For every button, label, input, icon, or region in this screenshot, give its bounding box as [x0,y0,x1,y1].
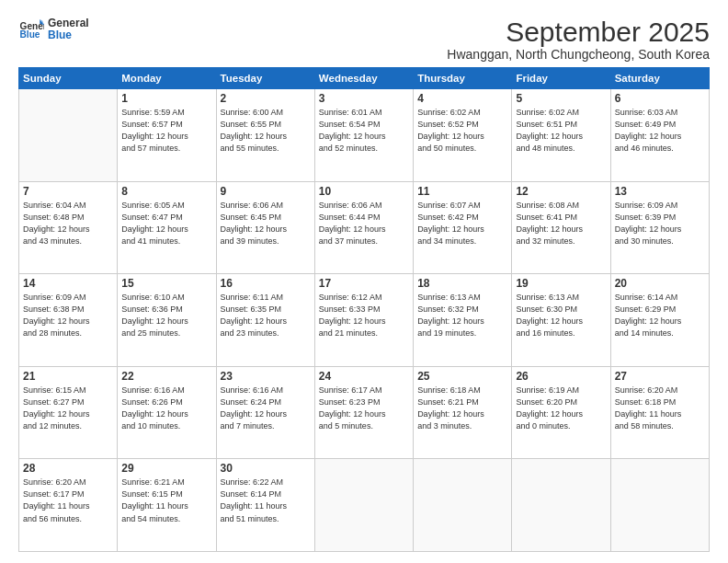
day-content: Sunrise: 6:19 AM Sunset: 6:20 PM Dayligh… [516,385,606,432]
calendar-cell [19,89,118,182]
calendar-cell: 24Sunrise: 6:17 AM Sunset: 6:23 PM Dayli… [314,366,413,459]
day-content: Sunrise: 6:14 AM Sunset: 6:29 PM Dayligh… [615,292,705,339]
calendar-cell: 2Sunrise: 6:00 AM Sunset: 6:55 PM Daylig… [216,89,314,182]
page-header: General Blue General Blue September 2025… [18,17,710,62]
calendar-cell: 6Sunrise: 6:03 AM Sunset: 6:49 PM Daylig… [610,89,709,182]
day-number: 6 [615,92,705,105]
day-content: Sunrise: 6:05 AM Sunset: 6:47 PM Dayligh… [121,200,211,247]
day-content: Sunrise: 6:12 AM Sunset: 6:33 PM Dayligh… [319,292,409,339]
calendar-cell: 28Sunrise: 6:20 AM Sunset: 6:17 PM Dayli… [19,459,118,552]
day-content: Sunrise: 6:08 AM Sunset: 6:41 PM Dayligh… [516,200,606,247]
day-number: 5 [516,92,606,105]
day-content: Sunrise: 6:22 AM Sunset: 6:14 PM Dayligh… [221,477,311,524]
day-number: 21 [23,370,113,383]
calendar-cell: 11Sunrise: 6:07 AM Sunset: 6:42 PM Dayli… [414,181,512,274]
calendar-cell: 8Sunrise: 6:05 AM Sunset: 6:47 PM Daylig… [118,181,216,274]
calendar-cell: 16Sunrise: 6:11 AM Sunset: 6:35 PM Dayli… [216,274,314,367]
day-content: Sunrise: 6:03 AM Sunset: 6:49 PM Dayligh… [615,107,705,155]
day-content: Sunrise: 5:59 AM Sunset: 6:57 PM Dayligh… [121,107,211,155]
day-number: 16 [221,277,311,290]
day-number: 12 [516,185,606,198]
day-content: Sunrise: 6:20 AM Sunset: 6:17 PM Dayligh… [23,477,113,524]
header-friday: Friday [512,68,610,89]
calendar-cell: 19Sunrise: 6:13 AM Sunset: 6:30 PM Dayli… [512,274,610,367]
week-row-1: 1Sunrise: 5:59 AM Sunset: 6:57 PM Daylig… [19,89,710,182]
day-number: 10 [319,185,409,198]
weekday-header-row: Sunday Monday Tuesday Wednesday Thursday… [19,68,710,89]
day-number: 1 [121,92,211,105]
day-content: Sunrise: 6:04 AM Sunset: 6:48 PM Dayligh… [23,200,113,247]
day-number: 17 [319,277,409,290]
calendar-cell: 4Sunrise: 6:02 AM Sunset: 6:52 PM Daylig… [414,89,512,182]
calendar-cell: 27Sunrise: 6:20 AM Sunset: 6:18 PM Dayli… [610,366,709,459]
header-thursday: Thursday [414,68,512,89]
calendar-cell: 3Sunrise: 6:01 AM Sunset: 6:54 PM Daylig… [314,89,413,182]
header-wednesday: Wednesday [314,68,413,89]
day-content: Sunrise: 6:06 AM Sunset: 6:44 PM Dayligh… [319,200,409,247]
day-number: 9 [221,185,311,198]
day-content: Sunrise: 6:16 AM Sunset: 6:26 PM Dayligh… [121,385,211,432]
calendar-cell: 20Sunrise: 6:14 AM Sunset: 6:29 PM Dayli… [610,274,709,367]
day-number: 3 [319,92,409,105]
calendar-cell: 17Sunrise: 6:12 AM Sunset: 6:33 PM Dayli… [314,274,413,367]
day-number: 28 [23,462,113,475]
day-number: 15 [121,277,211,290]
day-content: Sunrise: 6:17 AM Sunset: 6:23 PM Dayligh… [319,385,409,432]
day-number: 27 [615,370,705,383]
calendar-cell [414,459,512,552]
calendar-cell: 10Sunrise: 6:06 AM Sunset: 6:44 PM Dayli… [314,181,413,274]
day-number: 7 [23,185,113,198]
day-content: Sunrise: 6:06 AM Sunset: 6:45 PM Dayligh… [221,200,311,247]
day-number: 11 [417,185,507,198]
day-number: 22 [121,370,211,383]
calendar-cell: 29Sunrise: 6:21 AM Sunset: 6:15 PM Dayli… [118,459,216,552]
logo-icon: General Blue [18,17,44,42]
day-number: 29 [121,462,211,475]
day-content: Sunrise: 6:10 AM Sunset: 6:36 PM Dayligh… [121,292,211,339]
day-content: Sunrise: 6:18 AM Sunset: 6:21 PM Dayligh… [417,385,507,432]
calendar-table: Sunday Monday Tuesday Wednesday Thursday… [18,67,710,552]
header-saturday: Saturday [610,68,709,89]
week-row-5: 28Sunrise: 6:20 AM Sunset: 6:17 PM Dayli… [19,459,710,552]
logo-line2: Blue [48,29,89,41]
day-content: Sunrise: 6:13 AM Sunset: 6:30 PM Dayligh… [516,292,606,339]
day-number: 13 [615,185,705,198]
calendar-cell: 9Sunrise: 6:06 AM Sunset: 6:45 PM Daylig… [216,181,314,274]
calendar-cell: 14Sunrise: 6:09 AM Sunset: 6:38 PM Dayli… [19,274,118,367]
day-number: 19 [516,277,606,290]
day-content: Sunrise: 6:09 AM Sunset: 6:39 PM Dayligh… [615,200,705,247]
svg-text:Blue: Blue [20,29,40,40]
calendar-cell: 22Sunrise: 6:16 AM Sunset: 6:26 PM Dayli… [118,366,216,459]
calendar-cell [610,459,709,552]
day-number: 18 [417,277,507,290]
logo: General Blue General Blue [18,17,89,42]
calendar-cell [512,459,610,552]
week-row-3: 14Sunrise: 6:09 AM Sunset: 6:38 PM Dayli… [19,274,710,367]
header-monday: Monday [118,68,216,89]
day-content: Sunrise: 6:09 AM Sunset: 6:38 PM Dayligh… [23,292,113,339]
day-content: Sunrise: 6:02 AM Sunset: 6:51 PM Dayligh… [516,107,606,155]
day-content: Sunrise: 6:20 AM Sunset: 6:18 PM Dayligh… [615,385,705,432]
week-row-4: 21Sunrise: 6:15 AM Sunset: 6:27 PM Dayli… [19,366,710,459]
header-sunday: Sunday [19,68,118,89]
day-content: Sunrise: 6:13 AM Sunset: 6:32 PM Dayligh… [417,292,507,339]
day-content: Sunrise: 6:02 AM Sunset: 6:52 PM Dayligh… [417,107,507,155]
day-content: Sunrise: 6:16 AM Sunset: 6:24 PM Dayligh… [221,385,311,432]
header-tuesday: Tuesday [216,68,314,89]
day-number: 14 [23,277,113,290]
title-area: September 2025 Hwanggan, North Chungcheo… [447,17,710,62]
month-title: September 2025 [447,17,710,47]
calendar-cell: 5Sunrise: 6:02 AM Sunset: 6:51 PM Daylig… [512,89,610,182]
day-content: Sunrise: 6:01 AM Sunset: 6:54 PM Dayligh… [319,107,409,155]
day-content: Sunrise: 6:21 AM Sunset: 6:15 PM Dayligh… [121,477,211,524]
calendar-cell: 7Sunrise: 6:04 AM Sunset: 6:48 PM Daylig… [19,181,118,274]
week-row-2: 7Sunrise: 6:04 AM Sunset: 6:48 PM Daylig… [19,181,710,274]
calendar-cell [314,459,413,552]
day-content: Sunrise: 6:00 AM Sunset: 6:55 PM Dayligh… [221,107,311,155]
day-number: 20 [615,277,705,290]
calendar-cell: 25Sunrise: 6:18 AM Sunset: 6:21 PM Dayli… [414,366,512,459]
calendar-cell: 26Sunrise: 6:19 AM Sunset: 6:20 PM Dayli… [512,366,610,459]
day-number: 30 [221,462,311,475]
location-subtitle: Hwanggan, North Chungcheong, South Korea [447,47,710,62]
day-number: 25 [417,370,507,383]
